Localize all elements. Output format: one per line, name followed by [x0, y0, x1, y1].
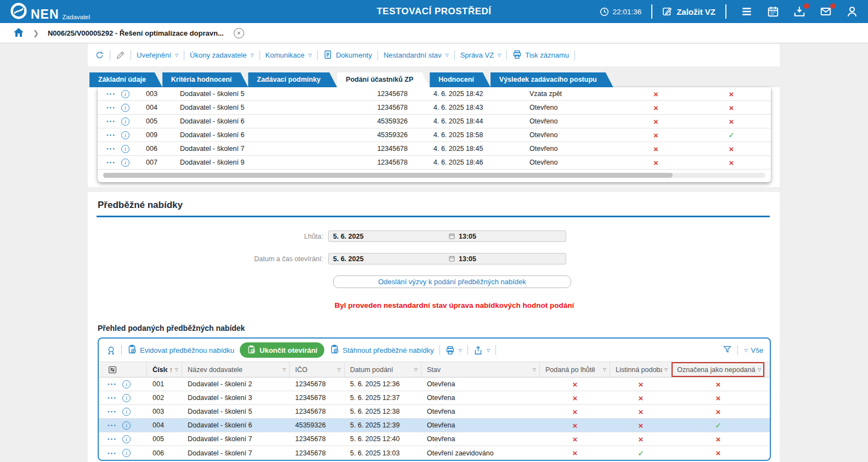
row-menu-button[interactable]: ●●●: [106, 106, 116, 109]
column-header-3[interactable]: IČO▽: [290, 362, 345, 377]
filter-funnel-icon[interactable]: [723, 345, 732, 356]
nestandardni-stav-menu[interactable]: Nestandardní stav▽: [384, 51, 449, 59]
dokumenty-button[interactable]: Dokumenty: [323, 50, 372, 61]
tab-6[interactable]: Výsledek zadávacího postupu: [491, 72, 613, 87]
table-row[interactable]: ●●●i005Dodavatel - školení 6453593264. 6…: [98, 115, 771, 128]
tab-2[interactable]: Kritéria hodnocení: [162, 72, 248, 87]
inbox-tray-icon[interactable]: [793, 5, 805, 18]
cell-supplier: Dodavatel - školení 7: [180, 145, 361, 153]
datetime-field[interactable]: 5. 6. 202513:05: [328, 253, 566, 264]
info-icon[interactable]: i: [122, 380, 131, 388]
column-header-8[interactable]: Označena jako nepodaná▽: [672, 362, 765, 377]
column-filter-icon[interactable]: ▽: [337, 367, 341, 372]
row-menu-button[interactable]: ●●●: [106, 133, 116, 137]
info-icon[interactable]: i: [122, 435, 131, 443]
create-vz-button[interactable]: Založit VZ: [662, 7, 715, 16]
cell-supplier: Dodavatel - školení 5: [180, 90, 361, 98]
info-icon[interactable]: i: [121, 159, 129, 167]
komunikace-menu[interactable]: Komunikace▽: [266, 51, 312, 59]
table-row[interactable]: ●●●i003Dodavatel - školení 5123456784. 6…: [98, 87, 771, 101]
print-button[interactable]: ▽: [446, 346, 462, 355]
cell-number: 003: [147, 408, 182, 415]
scrollbar-thumb[interactable]: [103, 173, 673, 178]
tisk-zaznamu-button[interactable]: Tisk záznamu: [512, 50, 569, 61]
column-filter-icon[interactable]: ▽: [533, 367, 536, 372]
send-call-button[interactable]: Odeslání výzvy k podání předběžných nabí…: [333, 275, 571, 288]
calendar-icon[interactable]: [767, 5, 779, 18]
table-row[interactable]: ●●●i004Dodavatel - školení 6453593265. 6…: [99, 419, 770, 432]
row-menu-button[interactable]: ●●●: [106, 147, 116, 150]
sprava-vz-menu-label: Správa VZ: [460, 51, 494, 59]
refresh-icon[interactable]: [95, 50, 104, 60]
info-icon[interactable]: i: [121, 90, 129, 98]
column-settings-icon[interactable]: [99, 362, 147, 377]
table-row[interactable]: ●●●i003Dodavatel - školení 5123456785. 6…: [99, 405, 770, 419]
info-icon[interactable]: i: [121, 117, 129, 126]
tab-4[interactable]: Podání účastníků ZP: [337, 72, 430, 87]
table-row[interactable]: ●●●i009Dodavatel - školení 6453593264. 6…: [98, 128, 771, 142]
datetime-field[interactable]: 5. 6. 202513:05: [328, 230, 566, 242]
column-filter-icon[interactable]: ▽: [664, 367, 668, 372]
menu-icon[interactable]: [741, 5, 753, 18]
filter-area: ▽Vše: [723, 345, 763, 356]
column-header-4[interactable]: Datum podání▽: [345, 362, 421, 377]
award-icon[interactable]: [106, 346, 116, 355]
info-icon[interactable]: i: [122, 421, 131, 430]
table-row[interactable]: ●●●i004Dodavatel - školení 5123456784. 6…: [98, 101, 771, 115]
row-menu-button[interactable]: ●●●: [108, 396, 117, 399]
tab-5[interactable]: Hodnocení: [430, 72, 491, 87]
column-filter-icon[interactable]: ▽: [758, 367, 761, 372]
ukoncit-oteviravani-button[interactable]: Ukončit otevírání: [240, 342, 324, 358]
column-filter-icon[interactable]: ▽: [283, 367, 286, 372]
user-icon[interactable]: [846, 5, 858, 18]
column-filter-icon[interactable]: ▽: [414, 367, 418, 372]
info-icon[interactable]: i: [121, 104, 129, 112]
mail-icon[interactable]: [820, 5, 832, 18]
tab-3[interactable]: Zadávací podmínky: [248, 72, 337, 87]
close-icon[interactable]: ×: [234, 28, 244, 38]
table-row[interactable]: ●●●i006Dodavatel - školení 7123456785. 6…: [99, 446, 770, 460]
info-icon[interactable]: i: [122, 449, 131, 457]
check-icon: ✓: [715, 421, 722, 430]
column-filter-icon[interactable]: ▽: [603, 367, 606, 372]
row-menu-button[interactable]: ●●●: [106, 161, 116, 164]
row-menu-button[interactable]: ●●●: [108, 424, 117, 427]
pencil-icon[interactable]: [116, 50, 125, 60]
column-header-6[interactable]: Podaná po lhůtě▽: [540, 362, 610, 377]
breadcrumb-record-tab[interactable]: N006/25/V00005292 - Řešení optimalizace …: [48, 29, 224, 37]
row-menu-button[interactable]: ●●●: [106, 92, 116, 95]
row-menu-button[interactable]: ●●●: [108, 410, 117, 413]
table-row[interactable]: ●●●i005Dodavatel - školení 7123456785. 6…: [99, 432, 770, 446]
ukony-zadavatele-menu[interactable]: Úkony zadavatele▽: [190, 51, 254, 59]
info-icon[interactable]: i: [122, 394, 131, 402]
row-menu-button[interactable]: ●●●: [108, 452, 117, 455]
horizontal-scrollbar[interactable]: [103, 173, 765, 178]
row-menu-button[interactable]: ●●●: [108, 437, 117, 441]
column-header-2[interactable]: Název dodavatele▽: [182, 362, 290, 377]
column-filter-icon[interactable]: ▽: [175, 367, 178, 372]
filter-all-select[interactable]: ▽Vše: [743, 346, 763, 354]
tab-1[interactable]: Základní údaje: [89, 72, 162, 87]
info-icon[interactable]: i: [121, 145, 129, 153]
sprava-vz-menu[interactable]: Správa VZ▽: [460, 51, 501, 59]
info-icon[interactable]: i: [122, 408, 131, 416]
stahnout-nabidky-button[interactable]: Stáhnout předběžné nabídky: [330, 345, 433, 356]
table-row[interactable]: ●●●i007Dodavatel - školení 9123456784. 6…: [98, 156, 771, 170]
uverejneni-menu[interactable]: Uveřejnění▽: [137, 51, 178, 59]
info-icon[interactable]: i: [121, 131, 129, 139]
column-header-5[interactable]: Stav▽: [421, 362, 540, 377]
nen-logo[interactable]: NEN Zadavatel: [10, 2, 90, 21]
row-menu-button[interactable]: ●●●: [106, 120, 116, 123]
column-header-7[interactable]: Listinná podoba▽: [610, 362, 672, 377]
row-menu-button[interactable]: ●●●: [108, 382, 117, 386]
table-row[interactable]: ●●●i001Dodavatel - školení 2123456785. 6…: [99, 378, 770, 391]
table-row[interactable]: ●●●i006Dodavatel - školení 7123456784. 6…: [98, 142, 771, 156]
home-icon[interactable]: [13, 27, 24, 40]
evidovat-nabidku-button[interactable]: Evidovat předběžnou nabídku: [127, 345, 234, 356]
x-icon: ×: [729, 158, 734, 167]
column-header-1[interactable]: Číslo↑▽: [147, 362, 182, 377]
section-underline: [97, 216, 770, 217]
export-button[interactable]: ▽: [474, 346, 490, 355]
cell-status: Otevření zaevidováno: [421, 449, 540, 457]
table-row[interactable]: ●●●i002Dodavatel - školení 3123456785. 6…: [99, 391, 770, 405]
